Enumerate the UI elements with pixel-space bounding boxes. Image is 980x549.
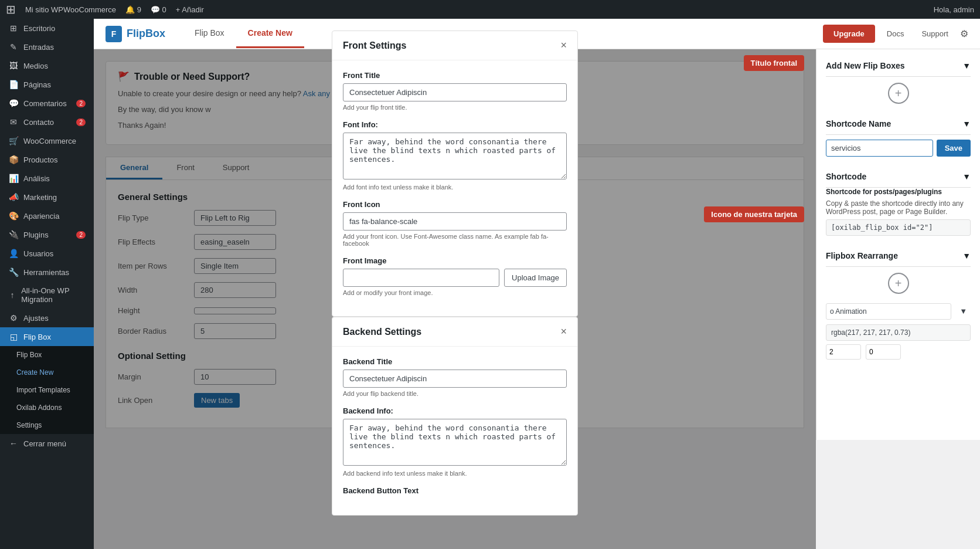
upgrade-button[interactable]: Upgrade (823, 25, 875, 43)
sidebar-item-plugins[interactable]: 🔌 Plugins 2 (0, 225, 94, 244)
add-new[interactable]: + Añadir (176, 5, 204, 14)
posts-icon: ✎ (8, 42, 19, 52)
sidebar-item-woocommerce[interactable]: 🛒 WooCommerce (0, 131, 94, 150)
support-button[interactable]: Support (916, 26, 954, 42)
marketing-icon: 📣 (8, 192, 19, 202)
sidebar-submenu-settings[interactable]: Settings (0, 416, 94, 434)
sidebar-item-ajustes[interactable]: ⚙ Ajustes (0, 309, 94, 327)
animation-value: o Animation (826, 303, 951, 320)
close-menu-button[interactable]: ← Cerrar menú (0, 434, 94, 453)
chevron-down-icon: ▼ (962, 61, 971, 70)
wp-logo-icon: ⊞ (6, 2, 16, 16)
shortcode-name-header[interactable]: Shortcode Name ▼ (826, 113, 971, 135)
shortcode-name-section: Shortcode Name ▼ Save (826, 113, 971, 157)
sidebar-submenu-import-templates[interactable]: Import Templates (0, 381, 94, 399)
sidebar-item-herramientas[interactable]: 🔧 Herramientas (0, 263, 94, 282)
front-image-row: Upload Image (343, 269, 567, 287)
sidebar-item-comentarios[interactable]: 💬 Comentarios 2 (0, 94, 94, 113)
comments-badge: 2 (76, 100, 86, 107)
font-info-group: Font Info: Far away, behind the word con… (343, 120, 567, 191)
front-icon-input[interactable] (343, 212, 567, 231)
front-image-hint: Add or modify your front image. (343, 289, 567, 296)
font-info-label: Font Info: (343, 120, 567, 129)
sidebar-item-medios[interactable]: 🖼 Medios (0, 56, 94, 75)
rearrange-add-circle-button[interactable]: + (888, 273, 909, 294)
sidebar-submenu-flipbox[interactable]: Flip Box (0, 346, 94, 364)
backend-info-label: Backend Info: (343, 406, 567, 415)
annotation-titulo-frontal: Título frontal (744, 55, 804, 71)
sidebar-item-marketing[interactable]: 📣 Marketing (0, 188, 94, 206)
modal-stack: Front Settings × Front Title Add your fl… (332, 30, 578, 527)
rearrange-chevron-icon: ▼ (962, 251, 971, 260)
front-image-group: Front Image Upload Image Add or modify y… (343, 256, 567, 296)
color-value: rgba(217, 217, 217, 0.73) (826, 324, 971, 341)
front-title-hint: Add your flip front title. (343, 104, 567, 111)
shortcode-value[interactable]: [oxilab_flip_box id="2"] (826, 219, 971, 236)
front-title-input[interactable] (343, 83, 567, 101)
sidebar-item-migration[interactable]: ↑ All-in-One WP Migration (0, 282, 94, 309)
sidebar-item-usuarios[interactable]: 👤 Usuarios (0, 244, 94, 263)
sidebar-item-apariencia[interactable]: 🎨 Apariencia (0, 206, 94, 225)
settings-gear-icon[interactable]: ⚙ (960, 28, 968, 39)
front-modal-body: Front Title Add your flip front title. F… (332, 60, 577, 316)
front-title-label: Front Title (343, 71, 567, 80)
sidebar-item-flipbox[interactable]: ◱ Flip Box (0, 327, 94, 346)
sidebar-item-contacto[interactable]: ✉ Contacto 2 (0, 113, 94, 131)
greeting: Hola, admin (934, 5, 974, 14)
site-name[interactable]: Mi sitio WPWooCommerce (25, 5, 116, 14)
num1-input[interactable] (826, 344, 861, 360)
upload-image-button[interactable]: Upload Image (504, 269, 567, 287)
docs-button[interactable]: Docs (881, 26, 910, 42)
flipbox-icon: ◱ (8, 332, 19, 341)
backend-button-group: Backend Button Text (343, 486, 567, 495)
front-modal-close-button[interactable]: × (560, 39, 567, 52)
shortcode-header[interactable]: Shortcode ▼ (826, 166, 971, 188)
sidebar-item-productos[interactable]: 📦 Productos (0, 150, 94, 169)
save-shortcode-button[interactable]: Save (937, 140, 971, 157)
num-fields (826, 344, 971, 360)
backend-info-textarea[interactable]: Far away, behind the word consonantia th… (343, 419, 567, 466)
front-icon-hint: Add your front icon. Use Font-Awesome cl… (343, 233, 567, 247)
front-icon-group: Front Icon Add your front icon. Use Font… (343, 200, 567, 247)
sidebar-item-entradas[interactable]: ✎ Entradas (0, 38, 94, 56)
sidebar-submenu-create-new[interactable]: Create New (0, 364, 94, 381)
annotation-icono-tarjeta: Icono de nuestra tarjeta (704, 206, 804, 222)
backend-modal-close-button[interactable]: × (560, 326, 567, 338)
appearance-icon: 🎨 (8, 211, 19, 221)
front-image-label: Front Image (343, 256, 567, 265)
backend-title-input[interactable] (343, 370, 567, 388)
admin-bar: ⊞ Mi sitio WPWooCommerce 🔔 9 💬 0 + Añadi… (0, 0, 980, 19)
products-icon: 📦 (8, 155, 19, 164)
add-new-flipboxes-section: Add New Flip Boxes ▼ + (826, 55, 971, 104)
sidebar-submenu-oxilab-addons[interactable]: Oxilab Addons (0, 399, 94, 416)
extra-fields: o Animation ▼ rgba(217, 217, 217, 0.73) (826, 303, 971, 360)
font-info-hint: Add font info text unless make it blank. (343, 184, 567, 191)
plugins-badge: 2 (76, 231, 86, 239)
sidebar-item-analisis[interactable]: 📊 Análisis (0, 169, 94, 188)
home-icon: ⊞ (8, 23, 19, 33)
animation-row: o Animation ▼ (826, 303, 971, 320)
shortcode-name-input[interactable] (826, 140, 933, 157)
backend-settings-modal: Backend Settings × Backend Title Add you… (332, 317, 578, 516)
comments-icon: 💬 (8, 99, 19, 108)
tools-icon: 🔧 (8, 267, 19, 277)
add-new-flipboxes-header[interactable]: Add New Flip Boxes ▼ (826, 55, 971, 77)
modal-container: Front Settings × Front Title Add your fl… (94, 19, 816, 549)
num2-input[interactable] (866, 344, 901, 360)
front-image-input[interactable] (343, 269, 499, 287)
plugins-icon: 🔌 (8, 230, 19, 239)
font-info-textarea[interactable]: Far away, behind the word consonantia th… (343, 133, 567, 179)
add-flipbox-circle-button[interactable]: + (888, 83, 909, 104)
backend-info-hint: Add backend info text unless make it bla… (343, 470, 567, 477)
users-icon: 👤 (8, 249, 19, 258)
shortcode-name-chevron-icon: ▼ (962, 119, 971, 128)
flipbox-rearrange-header[interactable]: Flipbox Rearrange ▼ (826, 245, 971, 267)
sidebar-item-paginas[interactable]: 📄 Páginas (0, 75, 94, 94)
front-title-group: Front Title Add your flip front title. (343, 71, 567, 111)
front-modal-title: Front Settings (343, 40, 406, 51)
comment-count: 🔔 9 (125, 5, 141, 14)
sidebar-submenu: Flip Box Create New Import Templates Oxi… (0, 346, 94, 434)
shortcode-name-row: Save (826, 140, 971, 157)
sidebar-item-escritorio[interactable]: ⊞ Escritorio (0, 19, 94, 38)
comment-bubble: 💬 0 (151, 5, 166, 14)
